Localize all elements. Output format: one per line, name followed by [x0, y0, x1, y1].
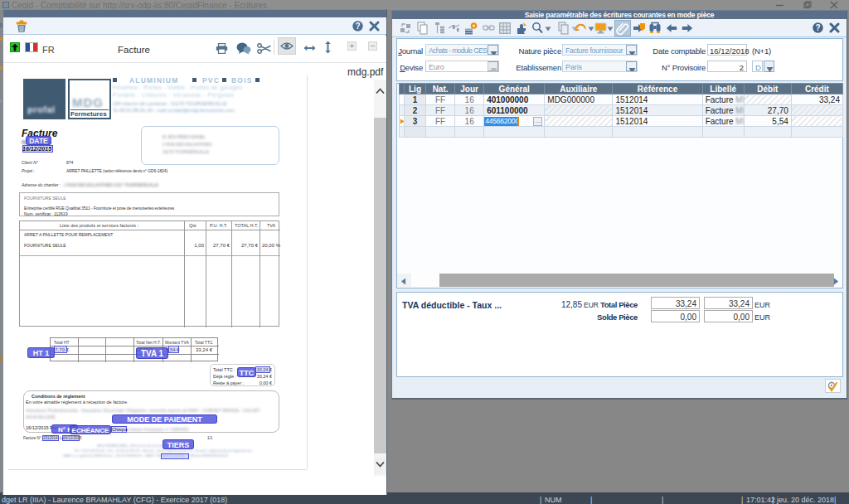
svg-text:?: ? [355, 22, 360, 31]
svg-text:?: ? [815, 23, 820, 32]
